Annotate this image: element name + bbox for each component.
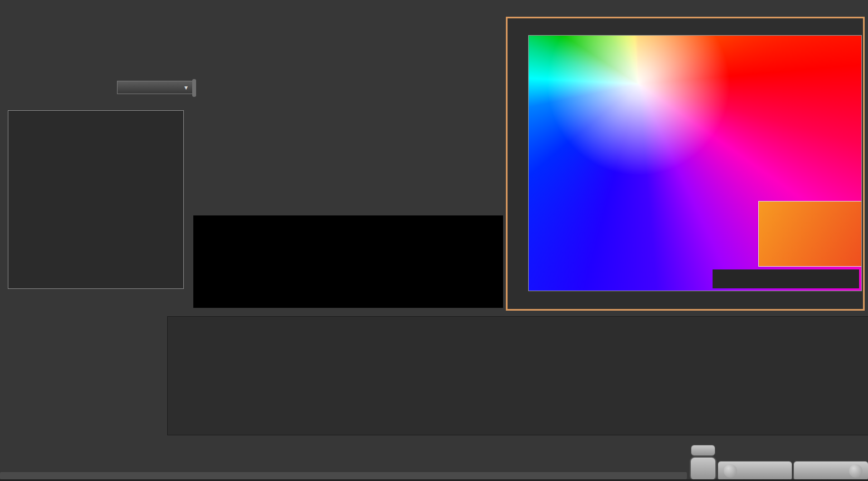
next-button[interactable] bbox=[793, 461, 868, 481]
cie-1976-panel[interactable] bbox=[506, 17, 865, 311]
de-formula-dropdown[interactable]: ▼ bbox=[117, 81, 193, 94]
actual-target-swatch-strip bbox=[193, 215, 503, 308]
patch-toolbar-scrollbar[interactable] bbox=[0, 472, 687, 479]
patch-window-button[interactable] bbox=[690, 457, 716, 481]
chevron-left-icon bbox=[724, 464, 737, 478]
cie-plot-area bbox=[528, 35, 862, 291]
back-button[interactable] bbox=[718, 461, 792, 481]
colorchecker-table bbox=[167, 316, 868, 435]
stats-table-splitter[interactable] bbox=[162, 312, 165, 445]
cie-zoom-inset bbox=[758, 201, 862, 267]
deltae2000-plot-area bbox=[8, 110, 184, 289]
chevron-right-icon bbox=[849, 464, 862, 478]
delta-lch-charts bbox=[192, 17, 505, 217]
panel-splitter-handle[interactable] bbox=[192, 79, 196, 97]
deltae2000-chart bbox=[4, 100, 189, 301]
expand-patch-panel-button[interactable] bbox=[691, 445, 715, 456]
cie-inset-points bbox=[759, 202, 862, 266]
colorchecker-app: { "app": { "title": "ColorChecker", "des… bbox=[0, 0, 868, 481]
chevron-down-icon: ▼ bbox=[183, 81, 189, 95]
rgb-triplet-readout bbox=[713, 269, 859, 288]
